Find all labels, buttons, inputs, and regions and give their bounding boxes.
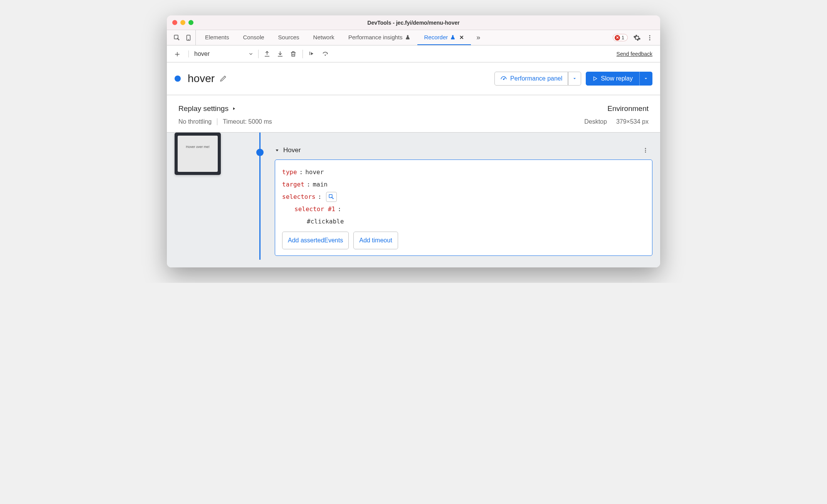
- chevron-down-icon: [248, 51, 254, 57]
- slow-replay-button[interactable]: Slow replay: [586, 72, 639, 86]
- svg-point-5: [649, 39, 651, 40]
- timeline-step-dot: [256, 149, 264, 156]
- play-icon: [592, 76, 598, 81]
- close-tab-icon[interactable]: ✕: [459, 34, 464, 40]
- delete-icon[interactable]: [289, 50, 297, 58]
- step-detail-panel: type: hover target: main selectors:: [275, 160, 652, 256]
- inspect-icon[interactable]: [173, 34, 181, 42]
- recording-status-dot: [175, 76, 181, 82]
- error-indicator[interactable]: ✕ 1: [613, 34, 628, 41]
- prop-type-value[interactable]: hover: [305, 166, 324, 178]
- performance-panel-button[interactable]: Performance panel: [494, 72, 568, 86]
- main-tabbar: Elements Console Sources Network Perform…: [167, 30, 660, 45]
- prop-type-key: type: [282, 166, 297, 178]
- import-icon[interactable]: [276, 50, 284, 58]
- recording-title: hover: [188, 72, 215, 85]
- error-count: 1: [622, 35, 624, 40]
- prop-selector1-key: selector #1: [294, 203, 335, 215]
- prop-target-value[interactable]: main: [313, 178, 328, 191]
- replay-settings-toggle[interactable]: Replay settings: [178, 104, 584, 113]
- add-timeout-button[interactable]: Add timeout: [353, 232, 398, 249]
- flask-icon: [405, 35, 410, 40]
- titlebar: DevTools - jec.fyi/demo/menu-hover: [167, 15, 660, 30]
- close-window-button[interactable]: [172, 20, 177, 25]
- svg-point-10: [645, 150, 646, 151]
- step-thumbnail[interactable]: Hover over me!: [175, 133, 221, 175]
- prop-target-key: target: [282, 178, 304, 191]
- window-title: DevTools - jec.fyi/demo/menu-hover: [167, 20, 660, 26]
- timeline-area: Hover over me! Hover type:: [167, 133, 660, 267]
- traffic-lights: [172, 20, 193, 25]
- error-icon: ✕: [615, 35, 620, 40]
- throttling-value: No throttling: [178, 118, 212, 125]
- tab-performance-insights[interactable]: Performance insights: [341, 30, 417, 45]
- tab-recorder[interactable]: Recorder ✕: [417, 30, 471, 45]
- recording-header: hover Performance panel Slow replay: [167, 62, 660, 95]
- prop-selector1-value[interactable]: #clickable: [307, 215, 344, 228]
- step-options-icon[interactable]: [642, 147, 652, 153]
- add-asserted-events-button[interactable]: Add assertedEvents: [282, 232, 349, 249]
- timeout-value: Timeout: 5000 ms: [223, 118, 272, 125]
- gauge-icon: [500, 75, 507, 82]
- pick-selector-icon[interactable]: [326, 192, 337, 202]
- recorder-toolbar: ＋ hover Send feedbac: [167, 45, 660, 62]
- new-recording-button[interactable]: ＋: [171, 48, 184, 60]
- environment-title: Environment: [584, 104, 649, 113]
- svg-point-7: [325, 54, 326, 55]
- separator: [258, 50, 259, 58]
- minimize-window-button[interactable]: [180, 20, 185, 25]
- recording-dropdown[interactable]: hover: [188, 50, 254, 57]
- recording-dropdown-value: hover: [194, 50, 210, 57]
- tab-elements[interactable]: Elements: [198, 30, 236, 45]
- performance-panel-dropdown[interactable]: [568, 72, 581, 86]
- device-toggle-icon[interactable]: [185, 34, 192, 42]
- step-icon[interactable]: [321, 50, 329, 58]
- thumbnail-content: Hover over me!: [178, 136, 218, 172]
- device-type: Desktop: [584, 118, 607, 125]
- maximize-window-button[interactable]: [188, 20, 193, 25]
- prop-selectors-key: selectors: [282, 191, 316, 203]
- tab-network[interactable]: Network: [306, 30, 341, 45]
- send-feedback-link[interactable]: Send feedback: [617, 51, 656, 57]
- step-title: Hover: [283, 146, 301, 154]
- kebab-menu-icon[interactable]: [646, 34, 653, 41]
- svg-point-3: [649, 35, 651, 36]
- edit-title-icon[interactable]: [219, 75, 227, 82]
- devtools-window: DevTools - jec.fyi/demo/menu-hover Eleme…: [167, 15, 660, 267]
- settings-icon[interactable]: [633, 34, 641, 42]
- settings-bar: Replay settings No throttling Timeout: 5…: [167, 95, 660, 133]
- tab-console[interactable]: Console: [236, 30, 271, 45]
- svg-point-9: [645, 148, 646, 149]
- tab-sources[interactable]: Sources: [271, 30, 306, 45]
- viewport-dimensions: 379×534 px: [616, 118, 649, 125]
- more-tabs-icon[interactable]: »: [473, 34, 483, 42]
- replay-speed-dropdown[interactable]: [639, 72, 652, 86]
- step-over-icon[interactable]: [308, 50, 316, 58]
- flask-icon: [450, 35, 456, 40]
- svg-point-4: [649, 37, 651, 38]
- collapse-step-icon[interactable]: [275, 148, 279, 153]
- svg-point-11: [645, 151, 646, 153]
- chevron-right-icon: [232, 106, 236, 111]
- export-icon[interactable]: [263, 50, 271, 58]
- separator: [303, 50, 303, 58]
- svg-point-8: [503, 79, 504, 79]
